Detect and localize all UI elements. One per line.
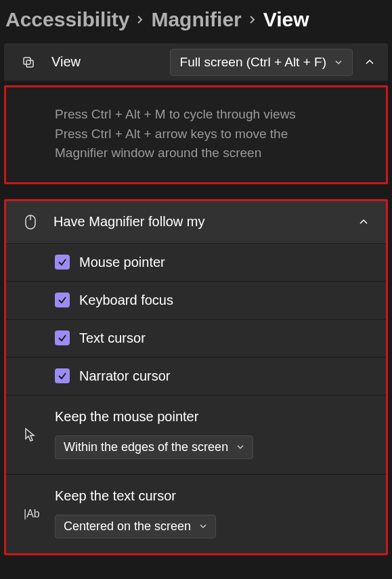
view-dropdown-value: Full screen (Ctrl + Alt + F) [180,55,326,70]
text-sub-label: Keep the text cursor [55,488,375,504]
text-cursor-dropdown[interactable]: Centered on the screen [55,515,216,538]
checkbox-label: Keyboard focus [79,293,173,308]
mouse-pointer-dropdown[interactable]: Within the edges of the screen [55,435,253,459]
text-cursor-sub-setting: |Ab Keep the text cursor Centered on the… [6,474,386,553]
chevron-down-icon [236,443,244,451]
collapse-follow-section[interactable] [353,212,374,232]
checkbox-narrator-cursor[interactable] [55,368,70,383]
text-cursor-icon: |Ab [24,508,40,520]
hint-line: Press Ctrl + Alt + arrow keys to move th… [55,125,337,144]
checkbox-row-text-cursor[interactable]: Text cursor [6,319,386,357]
collapse-view-section[interactable] [360,52,380,72]
breadcrumb-view: View [263,8,309,31]
hint-line: Press Ctrl + Alt + M to cycle through vi… [55,105,337,125]
follow-section: Have Magnifier follow my Mouse pointer K… [4,199,388,555]
checkbox-row-narrator-cursor[interactable]: Narrator cursor [6,357,386,395]
hint-line: Magnifier window around the screen [55,144,337,163]
cursor-arrow-icon [24,427,36,442]
chevron-down-icon [199,522,207,530]
breadcrumb-accessibility[interactable]: Accessibility [5,8,129,31]
text-dropdown-value: Centered on the screen [64,519,191,534]
view-label: View [51,54,170,70]
checkbox-label: Narrator cursor [79,368,170,384]
checkbox-row-mouse-pointer[interactable]: Mouse pointer [6,243,386,281]
mouse-icon [22,215,39,230]
view-dropdown[interactable]: Full screen (Ctrl + Alt + F) [170,49,353,76]
chevron-right-icon [248,16,257,24]
mouse-dropdown-value: Within the edges of the screen [64,440,228,454]
view-setting-row: View Full screen (Ctrl + Alt + F) [4,43,388,81]
breadcrumb-magnifier[interactable]: Magnifier [151,8,241,31]
checkbox-keyboard-focus[interactable] [55,293,70,307]
checkbox-label: Mouse pointer [79,255,165,270]
breadcrumb: Accessibility Magnifier View [0,0,392,43]
mouse-sub-label: Keep the mouse pointer [55,409,375,425]
checkbox-row-keyboard-focus[interactable]: Keyboard focus [6,281,386,319]
keyboard-hint-box: Press Ctrl + Alt + M to cycle through vi… [4,85,388,184]
chevron-right-icon [136,16,144,24]
chevron-down-icon [334,58,343,66]
follow-header-label: Have Magnifier follow my [53,214,353,230]
checkbox-mouse-pointer[interactable] [55,255,70,270]
follow-header-row[interactable]: Have Magnifier follow my [6,201,386,243]
mouse-pointer-sub-setting: Keep the mouse pointer Within the edges … [6,395,386,474]
follow-checkbox-list: Mouse pointer Keyboard focus Text cursor… [6,243,386,553]
checkbox-label: Text cursor [79,330,146,346]
checkbox-text-cursor[interactable] [55,330,70,345]
layers-icon [20,56,37,69]
